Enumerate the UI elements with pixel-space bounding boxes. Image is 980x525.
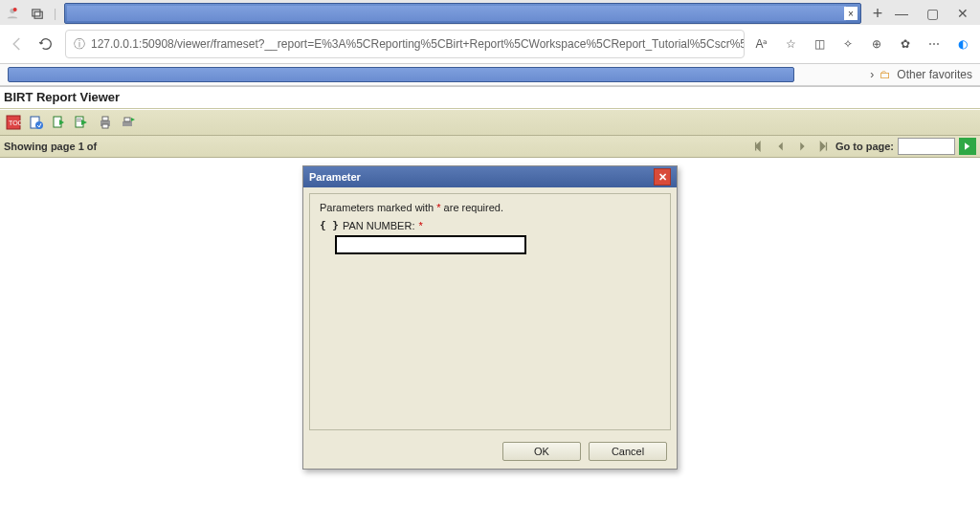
svg-point-7 xyxy=(35,121,43,129)
last-page-button[interactable] xyxy=(814,138,832,155)
tab-close-button[interactable]: × xyxy=(844,7,858,20)
server-print-button[interactable] xyxy=(119,113,138,132)
param-label: PAN NUMBER: xyxy=(343,220,415,231)
other-favorites-link[interactable]: Other favorites xyxy=(897,68,972,81)
split-screen-icon[interactable]: ◫ xyxy=(812,37,827,51)
param-braces-icon: { } xyxy=(320,219,339,231)
required-note-post: are required. xyxy=(441,202,503,213)
page-navigation-bar: Showing page 1 of Go to page: xyxy=(0,136,980,158)
toc-button[interactable]: TOC xyxy=(4,113,23,132)
svg-rect-11 xyxy=(77,120,81,121)
required-note: Parameters marked with * are required. xyxy=(320,202,660,213)
of-label: of xyxy=(87,141,97,152)
dialog-button-row: OK Cancel xyxy=(303,436,677,469)
param-row-pan-number: { } PAN NUMBER: * xyxy=(320,219,660,231)
report-body: Parameter ✕ Parameters marked with * are… xyxy=(0,158,980,525)
dialog-title-text: Parameter xyxy=(309,171,361,183)
profile-icon[interactable] xyxy=(4,5,21,22)
dialog-close-button[interactable]: ✕ xyxy=(654,168,671,186)
viewer-title: BIRT Report Viewer xyxy=(0,87,980,109)
url-bar[interactable]: ⓘ 127.0.0.1:50908/viewer/frameset?__repo… xyxy=(65,30,745,58)
svg-text:TOC: TOC xyxy=(9,120,21,126)
ok-button[interactable]: OK xyxy=(502,442,581,461)
current-page-number: 1 xyxy=(78,141,84,152)
favorites-hub-icon[interactable]: ✧ xyxy=(840,37,856,51)
svg-rect-2 xyxy=(33,10,40,16)
extensions-icon[interactable]: ✿ xyxy=(898,37,913,51)
maximize-button[interactable]: ▢ xyxy=(924,6,940,21)
window-controls: — ▢ ✕ xyxy=(894,6,976,21)
birt-viewer: BIRT Report Viewer TOC Showing page 1 of xyxy=(0,87,980,525)
svg-point-1 xyxy=(13,8,17,11)
site-info-icon[interactable]: ⓘ xyxy=(74,36,85,53)
collections-icon[interactable]: ⊕ xyxy=(869,37,884,51)
tab-strip: | × + — ▢ ✕ xyxy=(0,0,980,25)
viewer-toolbar: TOC xyxy=(0,109,980,136)
favorites-loading-bar xyxy=(8,67,794,82)
reading-mode-icon[interactable]: Aᵃ xyxy=(754,37,769,51)
address-actions: Aᵃ ☆ ◫ ✧ ⊕ ✿ ⋯ ◐ xyxy=(754,37,972,51)
svg-rect-3 xyxy=(34,11,42,18)
first-page-button[interactable] xyxy=(751,138,768,155)
close-window-button[interactable]: ✕ xyxy=(955,6,970,21)
browser-tab[interactable]: × xyxy=(64,3,861,24)
favorite-star-icon[interactable]: ☆ xyxy=(783,37,798,51)
export-data-button[interactable] xyxy=(73,113,92,132)
svg-rect-13 xyxy=(102,117,108,120)
goto-page-label: Go to page: xyxy=(835,141,894,152)
required-note-pre: Parameters marked with xyxy=(320,202,436,213)
dialog-body: Parameters marked with * are required. {… xyxy=(309,193,671,430)
tab-loading-bar xyxy=(67,6,846,21)
url-text: 127.0.0.1:50908/viewer/frameset?__report… xyxy=(91,37,745,51)
svg-rect-10 xyxy=(77,119,81,120)
svg-rect-15 xyxy=(122,121,132,126)
svg-rect-14 xyxy=(102,124,108,128)
copilot-icon[interactable]: ◐ xyxy=(955,37,970,51)
cancel-button[interactable]: Cancel xyxy=(589,442,667,461)
address-bar-row: ⓘ 127.0.0.1:50908/viewer/frameset?__repo… xyxy=(0,25,980,64)
print-button[interactable] xyxy=(96,113,115,132)
run-report-button[interactable] xyxy=(27,113,46,132)
more-menu-icon[interactable]: ⋯ xyxy=(926,37,942,51)
parameter-dialog: Parameter ✕ Parameters marked with * are… xyxy=(302,165,678,470)
folder-icon: 🗀 xyxy=(880,68,891,81)
refresh-button[interactable] xyxy=(36,34,56,54)
param-input-row xyxy=(320,235,660,254)
back-button[interactable] xyxy=(8,34,27,54)
export-report-button[interactable] xyxy=(50,113,69,132)
dialog-titlebar[interactable]: Parameter ✕ xyxy=(303,166,677,187)
minimize-button[interactable]: — xyxy=(894,6,909,21)
new-tab-button[interactable]: + xyxy=(869,5,886,22)
goto-page-input[interactable] xyxy=(898,138,955,155)
svg-rect-16 xyxy=(124,118,130,121)
pan-number-input[interactable] xyxy=(335,235,526,254)
goto-page-button[interactable] xyxy=(959,138,976,155)
next-page-button[interactable] xyxy=(793,138,811,155)
param-required-star: * xyxy=(418,220,422,231)
prev-page-button[interactable] xyxy=(772,138,790,155)
tab-overview-icon[interactable] xyxy=(29,5,46,22)
showing-page-label: Showing page xyxy=(4,141,76,152)
favorites-overflow-icon[interactable]: › xyxy=(870,68,874,81)
favorites-bar: › 🗀 Other favorites xyxy=(0,64,980,86)
browser-chrome: | × + — ▢ ✕ ⓘ 127.0.0.1:50908/viewer/fra… xyxy=(0,0,980,87)
